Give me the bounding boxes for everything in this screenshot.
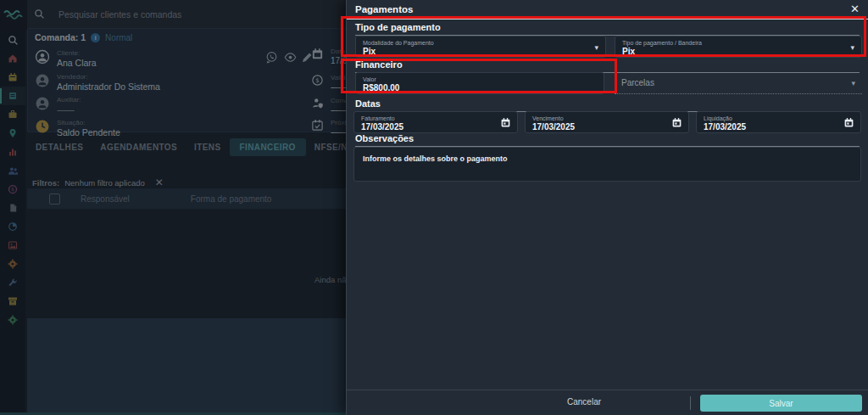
chevron-down-icon: ▾ xyxy=(851,79,855,87)
section-financeiro: Financeiro xyxy=(355,59,860,73)
calendar-icon[interactable] xyxy=(843,117,854,128)
chevron-down-icon: ▾ xyxy=(850,43,854,52)
modal-title-bar: Pagamentos ✕ xyxy=(347,0,868,20)
parcelas-select[interactable]: Parcelas ▾ xyxy=(615,72,862,94)
footer-divider xyxy=(690,396,691,410)
close-icon[interactable]: ✕ xyxy=(850,3,860,15)
bandeira-label: Tipo de pagamento / Bandeira xyxy=(622,39,854,47)
modalidade-label: Modalidade do Pagamento xyxy=(363,39,598,47)
observacoes-placeholder: Informe os detalhes sobre o pagamento xyxy=(354,148,860,170)
cancel-button[interactable]: Cancelar xyxy=(567,397,601,407)
liquidacao-date-field[interactable]: Liquidação 17/03/2025 xyxy=(696,111,861,133)
faturamento-value: 17/03/2025 xyxy=(361,122,510,132)
vencimento-label: Vencimento xyxy=(532,115,682,122)
calendar-icon[interactable] xyxy=(500,117,511,128)
chevron-down-icon: ▾ xyxy=(594,43,598,52)
faturamento-date-field[interactable]: Faturamento 17/03/2025 xyxy=(353,111,518,133)
bandeira-select[interactable]: Tipo de pagamento / Bandeira Pix ▾ xyxy=(615,36,862,58)
save-button[interactable]: Salvar xyxy=(700,395,862,412)
bandeira-value: Pix xyxy=(622,47,854,57)
parcelas-label: Parcelas xyxy=(621,78,654,87)
section-datas: Datas xyxy=(355,98,860,112)
liquidacao-value: 17/03/2025 xyxy=(704,122,854,132)
modal-footer: Cancelar Salvar xyxy=(347,390,868,415)
valor-value: R$800,00 xyxy=(363,83,597,93)
modal-title: Pagamentos xyxy=(355,4,413,14)
modalidade-value: Pix xyxy=(363,47,598,57)
valor-label: Valor xyxy=(363,76,597,83)
section-tipo-pagamento: Tipo de pagamento xyxy=(355,22,860,36)
faturamento-label: Faturamento xyxy=(361,115,510,122)
liquidacao-label: Liquidação xyxy=(704,115,854,122)
section-observacoes: Observações xyxy=(355,133,860,147)
observacoes-textarea[interactable]: Informe os detalhes sobre o pagamento xyxy=(353,147,861,182)
calendar-icon[interactable] xyxy=(671,117,682,128)
valor-input[interactable]: Valor R$800,00 xyxy=(355,72,604,94)
vencimento-date-field[interactable]: Vencimento 17/03/2025 xyxy=(525,111,689,133)
modalidade-select[interactable]: Modalidade do Pagamento Pix ▾ xyxy=(355,36,606,58)
vencimento-value: 17/03/2025 xyxy=(532,122,682,132)
pagamentos-modal: Pagamentos ✕ Tipo de pagamento Modalidad… xyxy=(346,0,868,415)
